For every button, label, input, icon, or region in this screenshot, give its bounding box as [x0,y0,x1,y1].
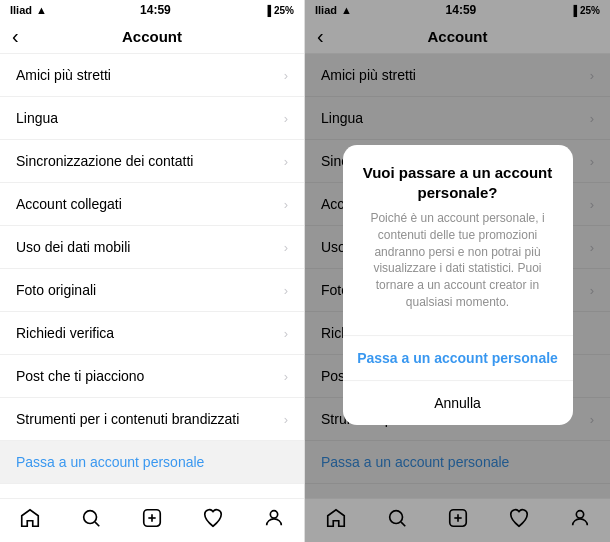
menu-item-passa-aziendale[interactable]: Passa a un account aziendale [0,484,304,498]
menu-label: Richiedi verifica [16,325,114,341]
modal-title: Vuoi passare a un account personale? [359,163,557,202]
chevron-icon: › [284,240,288,255]
svg-point-5 [270,510,277,517]
modal-dialog: Vuoi passare a un account personale? Poi… [343,145,573,425]
menu-item-foto[interactable]: Foto originali › [0,269,304,312]
right-panel: Iliad ▲ 14:59 ▐ 25% ‹ Account Amici più … [305,0,610,542]
svg-line-1 [95,522,99,526]
chevron-icon: › [284,111,288,126]
menu-item-brandizzati[interactable]: Strumenti per i contenuti brandizzati › [0,398,304,441]
modal-confirm-button[interactable]: Passa a un account personale [343,336,573,381]
chevron-icon: › [284,154,288,169]
status-left: Iliad ▲ [10,4,47,16]
svg-point-0 [84,510,97,523]
modal-cancel-button[interactable]: Annulla [343,381,573,425]
menu-label: Lingua [16,110,58,126]
heart-icon[interactable] [202,507,224,535]
menu-label: Uso dei dati mobili [16,239,130,255]
menu-label: Post che ti piacciono [16,368,144,384]
home-icon[interactable] [19,507,41,535]
battery-icon-left: ▐ [264,5,271,16]
header-left: ‹ Account [0,20,304,54]
search-icon[interactable] [80,507,102,535]
chevron-icon: › [284,412,288,427]
menu-item-lingua[interactable]: Lingua › [0,97,304,140]
chevron-icon: › [284,68,288,83]
time-left: 14:59 [140,3,171,17]
back-button-left[interactable]: ‹ [12,25,19,48]
modal-body-text: Poiché è un account personale, i contenu… [359,210,557,311]
menu-label: Amici più stretti [16,67,111,83]
menu-item-account-collegati[interactable]: Account collegati › [0,183,304,226]
chevron-icon: › [284,369,288,384]
chevron-icon: › [284,326,288,341]
modal-body: Vuoi passare a un account personale? Poi… [343,145,573,321]
battery-percent-left: 25% [274,5,294,16]
menu-label: Account collegati [16,196,122,212]
title-left: Account [122,28,182,45]
chevron-icon: › [284,283,288,298]
status-right-left: ▐ 25% [264,5,294,16]
menu-item-passa-personale[interactable]: Passa a un account personale [0,441,304,484]
profile-icon[interactable] [263,507,285,535]
menu-label: Sincronizzazione dei contatti [16,153,193,169]
status-bar-left: Iliad ▲ 14:59 ▐ 25% [0,0,304,20]
chevron-icon: › [284,197,288,212]
carrier-left: Iliad [10,4,32,16]
left-panel: Iliad ▲ 14:59 ▐ 25% ‹ Account Amici più … [0,0,305,542]
menu-label: Strumenti per i contenuti brandizzati [16,411,239,427]
menu-item-amici[interactable]: Amici più stretti › [0,54,304,97]
menu-list-left: Amici più stretti › Lingua › Sincronizza… [0,54,304,498]
bottom-nav-left [0,498,304,542]
menu-item-sincronizzazione[interactable]: Sincronizzazione dei contatti › [0,140,304,183]
menu-item-post[interactable]: Post che ti piacciono › [0,355,304,398]
menu-item-dati-mobili[interactable]: Uso dei dati mobili › [0,226,304,269]
menu-item-verifica[interactable]: Richiedi verifica › [0,312,304,355]
menu-label: Foto originali [16,282,96,298]
add-icon[interactable] [141,507,163,535]
menu-label: Passa a un account personale [16,454,204,470]
wifi-icon-left: ▲ [36,4,47,16]
